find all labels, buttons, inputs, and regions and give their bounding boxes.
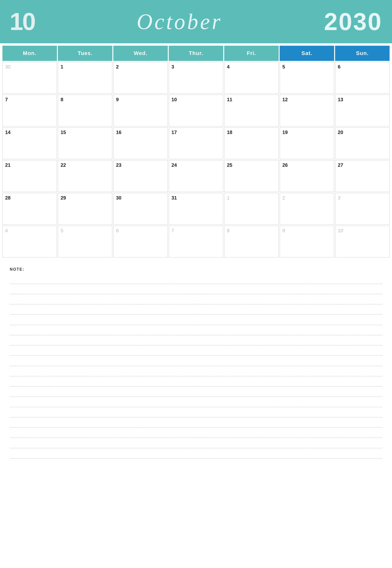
calendar-cell[interactable]: 6 — [335, 62, 390, 94]
cell-date: 30 — [116, 195, 121, 200]
day-header-sun: Sun. — [335, 46, 390, 61]
calendar-cell[interactable]: 3 — [335, 193, 390, 225]
cell-date: 4 — [227, 64, 230, 69]
day-header-thur: Thur. — [169, 46, 223, 61]
calendar-cell[interactable]: 26 — [280, 160, 334, 192]
calendar-cell[interactable]: 1 — [58, 62, 112, 94]
cell-date: 3 — [171, 64, 174, 69]
calendar-cell[interactable]: 5 — [280, 62, 334, 94]
calendar-cell[interactable]: 29 — [58, 193, 112, 225]
calendar-cell[interactable]: 2 — [113, 62, 168, 94]
note-line[interactable] — [10, 417, 382, 428]
note-line[interactable] — [10, 345, 382, 356]
calendar-cell[interactable]: 3 — [169, 62, 223, 94]
calendar-cell[interactable]: 16 — [113, 127, 168, 159]
days-header: Mon.Tues.Wed.Thur.Fri.Sat.Sun. — [2, 46, 390, 61]
cell-date: 29 — [61, 195, 66, 200]
cell-date: 7 — [5, 97, 8, 102]
note-line[interactable] — [10, 335, 382, 345]
calendar-grid: 3012345678910111213141516171819202122232… — [2, 62, 390, 257]
note-line[interactable] — [10, 315, 382, 325]
note-line[interactable] — [10, 448, 382, 459]
cell-date: 1 — [61, 64, 63, 69]
cell-date: 11 — [227, 97, 232, 102]
day-header-mon: Mon. — [2, 46, 57, 61]
calendar-cell[interactable]: 21 — [2, 160, 57, 192]
calendar-cell[interactable]: 13 — [335, 95, 390, 126]
cell-date: 30 — [5, 64, 11, 69]
calendar-cell[interactable]: 5 — [58, 226, 112, 257]
calendar-cell[interactable]: 7 — [169, 226, 223, 257]
day-header-fri: Fri. — [224, 46, 279, 61]
cell-date: 14 — [5, 130, 11, 135]
calendar-grid-wrapper: Mon.Tues.Wed.Thur.Fri.Sat.Sun. 301234567… — [0, 43, 392, 260]
cell-date: 20 — [338, 130, 343, 135]
note-line[interactable] — [10, 325, 382, 335]
calendar-cell[interactable]: 30 — [113, 193, 168, 225]
note-line[interactable] — [10, 304, 382, 315]
calendar-cell[interactable]: 18 — [224, 127, 279, 159]
calendar-cell[interactable]: 11 — [224, 95, 279, 126]
cell-date: 5 — [282, 64, 285, 69]
cell-date: 13 — [338, 97, 343, 102]
cell-date: 28 — [5, 195, 11, 200]
notes-lines — [10, 274, 382, 459]
calendar-cell[interactable]: 2 — [280, 193, 334, 225]
cell-date: 10 — [171, 97, 177, 102]
calendar-cell[interactable]: 19 — [280, 127, 334, 159]
cell-date: 10 — [338, 228, 343, 233]
calendar-cell[interactable]: 27 — [335, 160, 390, 192]
note-line[interactable] — [10, 397, 382, 407]
calendar-cell[interactable]: 15 — [58, 127, 112, 159]
note-line[interactable] — [10, 438, 382, 448]
calendar-cell[interactable]: 20 — [335, 127, 390, 159]
calendar-cell[interactable]: 8 — [224, 226, 279, 257]
note-line[interactable] — [10, 376, 382, 387]
calendar-cell[interactable]: 14 — [2, 127, 57, 159]
cell-date: 6 — [338, 64, 340, 69]
year: 2030 — [324, 8, 382, 36]
cell-date: 18 — [227, 130, 232, 135]
calendar-cell[interactable]: 4 — [224, 62, 279, 94]
calendar-cell[interactable]: 23 — [113, 160, 168, 192]
cell-date: 2 — [282, 195, 285, 200]
day-header-sat: Sat. — [280, 46, 334, 61]
cell-date: 26 — [282, 162, 288, 168]
calendar-cell[interactable]: 9 — [280, 226, 334, 257]
calendar-cell[interactable]: 1 — [224, 193, 279, 225]
calendar-cell[interactable]: 10 — [169, 95, 223, 126]
note-line[interactable] — [10, 428, 382, 438]
cell-date: 24 — [171, 162, 177, 168]
note-line[interactable] — [10, 387, 382, 397]
calendar-header: 10 October 2030 — [0, 0, 392, 43]
calendar-cell[interactable]: 7 — [2, 95, 57, 126]
calendar-cell[interactable]: 25 — [224, 160, 279, 192]
calendar-cell[interactable]: 28 — [2, 193, 57, 225]
cell-date: 21 — [5, 162, 11, 168]
cell-date: 12 — [282, 97, 288, 102]
calendar-cell[interactable]: 10 — [335, 226, 390, 257]
calendar-cell[interactable]: 6 — [113, 226, 168, 257]
calendar-cell[interactable]: 12 — [280, 95, 334, 126]
calendar-cell[interactable]: 8 — [58, 95, 112, 126]
note-line[interactable] — [10, 366, 382, 376]
cell-date: 8 — [227, 228, 230, 233]
calendar-cell[interactable]: 22 — [58, 160, 112, 192]
notes-label: NOTE: — [10, 267, 382, 272]
calendar-cell[interactable]: 24 — [169, 160, 223, 192]
calendar-cell[interactable]: 4 — [2, 226, 57, 257]
calendar-cell[interactable]: 31 — [169, 193, 223, 225]
note-line[interactable] — [10, 407, 382, 417]
note-line[interactable] — [10, 284, 382, 294]
calendar-cell[interactable]: 9 — [113, 95, 168, 126]
calendar-cell[interactable]: 17 — [169, 127, 223, 159]
cell-date: 7 — [171, 228, 174, 233]
day-header-wed: Wed. — [113, 46, 168, 61]
cell-date: 4 — [5, 228, 8, 233]
note-line[interactable] — [10, 294, 382, 304]
note-line[interactable] — [10, 356, 382, 366]
cell-date: 31 — [171, 195, 177, 200]
note-line[interactable] — [10, 274, 382, 284]
calendar-cell[interactable]: 30 — [2, 62, 57, 94]
day-header-tues: Tues. — [58, 46, 112, 61]
